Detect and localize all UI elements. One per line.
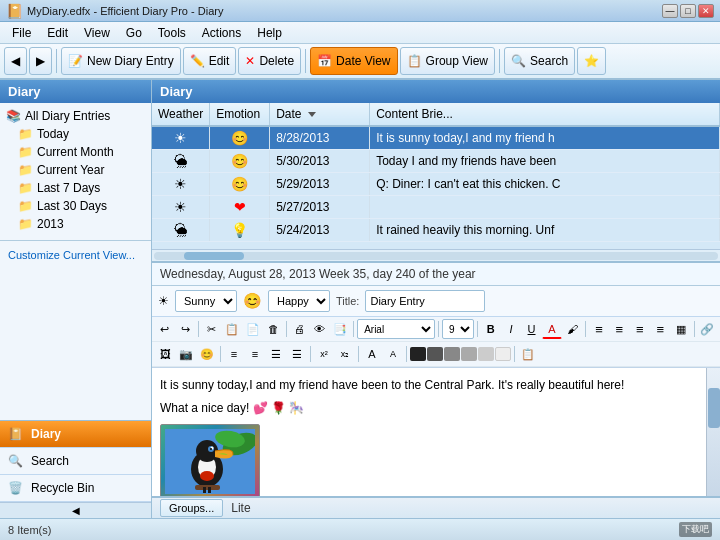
detail-editor-wrapper: It is sunny today,I and my friend have b… bbox=[152, 368, 720, 496]
title-input[interactable] bbox=[365, 290, 485, 312]
sup-button[interactable]: x² bbox=[314, 344, 334, 364]
shape5-button[interactable] bbox=[478, 347, 494, 361]
etb-sep-1 bbox=[198, 321, 199, 337]
menu-file[interactable]: File bbox=[4, 24, 39, 42]
edit-button[interactable]: ✏️ Edit bbox=[183, 47, 237, 75]
col-header-date[interactable]: Date bbox=[270, 103, 370, 126]
shape2-button[interactable] bbox=[427, 347, 443, 361]
scrollbar-thumb[interactable] bbox=[708, 388, 720, 428]
content-scrollbar[interactable] bbox=[706, 368, 720, 496]
nav-diary[interactable]: 📔 Diary bbox=[0, 421, 151, 448]
maximize-button[interactable]: □ bbox=[680, 4, 696, 18]
shape1-button[interactable] bbox=[410, 347, 426, 361]
copy-button[interactable]: 📋 bbox=[222, 319, 241, 339]
close-button[interactable]: ✕ bbox=[698, 4, 714, 18]
hscroll-thumb[interactable] bbox=[184, 252, 244, 260]
editor-content[interactable]: It is sunny today,I and my friend have b… bbox=[152, 368, 720, 496]
customize-view-link[interactable]: Customize Current View... bbox=[0, 245, 151, 265]
col-header-weather[interactable]: Weather bbox=[152, 103, 210, 126]
paste-button[interactable]: 📄 bbox=[243, 319, 262, 339]
more-button[interactable]: 📋 bbox=[518, 344, 538, 364]
menu-tools[interactable]: Tools bbox=[150, 24, 194, 42]
new-entry-button[interactable]: 📝 New Diary Entry bbox=[61, 47, 181, 75]
minimize-button[interactable]: — bbox=[662, 4, 678, 18]
bold-button[interactable]: B bbox=[481, 319, 500, 339]
etb-sep-2 bbox=[286, 321, 287, 337]
table-row[interactable]: 🌦 💡 5/24/2013 It rained heavily this mor… bbox=[152, 219, 720, 242]
nav-recycle-bin[interactable]: 🗑️ Recycle Bin bbox=[0, 475, 151, 502]
col-header-emotion[interactable]: Emotion bbox=[210, 103, 270, 126]
tree-item-2013[interactable]: 📁 2013 bbox=[0, 215, 151, 233]
list-button[interactable]: ≡ bbox=[224, 344, 244, 364]
undo-button[interactable]: ↩ bbox=[155, 319, 174, 339]
align-right-button[interactable]: ≡ bbox=[630, 319, 649, 339]
table-row[interactable]: ☀ 😊 5/29/2013 Q: Diner: I can't eat this… bbox=[152, 173, 720, 196]
preview-button[interactable]: 👁 bbox=[310, 319, 329, 339]
back-button[interactable]: ◀ bbox=[4, 47, 27, 75]
groups-button[interactable]: Groups... bbox=[160, 499, 223, 517]
tree-item-current-month[interactable]: 📁 Current Month bbox=[0, 143, 151, 161]
menu-actions[interactable]: Actions bbox=[194, 24, 249, 42]
outdent-button[interactable]: ☰ bbox=[287, 344, 307, 364]
table-row[interactable]: 🌦 😊 5/30/2013 Today I and my friends hav… bbox=[152, 150, 720, 173]
watermark: 下载吧 bbox=[679, 522, 712, 537]
tree-item-today[interactable]: 📁 Today bbox=[0, 125, 151, 143]
nav-search[interactable]: 🔍 Search bbox=[0, 448, 151, 475]
columns-button[interactable]: ▦ bbox=[671, 319, 690, 339]
align-left-button[interactable]: ≡ bbox=[589, 319, 608, 339]
tree-item-last30[interactable]: 📁 Last 30 Days bbox=[0, 197, 151, 215]
tree-item-all-entries[interactable]: 📚 All Diary Entries bbox=[0, 107, 151, 125]
menu-go[interactable]: Go bbox=[118, 24, 150, 42]
svg-rect-11 bbox=[195, 485, 220, 490]
font-size-select[interactable]: 9 bbox=[442, 319, 474, 339]
search-button[interactable]: 🔍 Search bbox=[504, 47, 575, 75]
sub-button[interactable]: x₂ bbox=[335, 344, 355, 364]
sidebar-expand-btn[interactable]: ◀ bbox=[0, 502, 151, 518]
sidebar-divider bbox=[0, 237, 151, 241]
font-select[interactable]: Arial bbox=[357, 319, 435, 339]
col-header-content[interactable]: Content Brie... bbox=[370, 103, 720, 126]
shape3-button[interactable] bbox=[444, 347, 460, 361]
menu-help[interactable]: Help bbox=[249, 24, 290, 42]
image-button[interactable]: 🖼 bbox=[155, 344, 175, 364]
forward-button[interactable]: ▶ bbox=[29, 47, 52, 75]
menu-edit[interactable]: Edit bbox=[39, 24, 76, 42]
group-view-button[interactable]: 📋 Group View bbox=[400, 47, 495, 75]
photo-button[interactable]: 📷 bbox=[176, 344, 196, 364]
table-hscroll[interactable] bbox=[152, 249, 720, 261]
delete-button[interactable]: ✕ Delete bbox=[238, 47, 301, 75]
text-up-button[interactable]: A bbox=[362, 344, 382, 364]
menu-view[interactable]: View bbox=[76, 24, 118, 42]
weather-select[interactable]: Sunny bbox=[175, 290, 237, 312]
align-justify-button[interactable]: ≡ bbox=[651, 319, 670, 339]
shape4-button[interactable] bbox=[461, 347, 477, 361]
date-view-button[interactable]: 📅 Date View bbox=[310, 47, 397, 75]
align-center-button[interactable]: ≡ bbox=[610, 319, 629, 339]
underline-button[interactable]: U bbox=[522, 319, 541, 339]
indent-button[interactable]: ☰ bbox=[266, 344, 286, 364]
sidebar-nav: 📔 Diary 🔍 Search 🗑️ Recycle Bin ◀ bbox=[0, 420, 151, 518]
emoji-button[interactable]: 😊 bbox=[197, 344, 217, 364]
bottom-bar: Groups... Lite bbox=[152, 496, 720, 518]
text-down-button[interactable]: A bbox=[383, 344, 403, 364]
clear-button[interactable]: 🗑 bbox=[263, 319, 282, 339]
print-button[interactable]: 🖨 bbox=[290, 319, 309, 339]
extra-button[interactable]: ⭐ bbox=[577, 47, 606, 75]
layout-button[interactable]: 📑 bbox=[331, 319, 350, 339]
link-button[interactable]: 🔗 bbox=[698, 319, 717, 339]
table-scroll[interactable]: Weather Emotion Date Content Brie... ☀ 😊… bbox=[152, 103, 720, 249]
tree-item-last7[interactable]: 📁 Last 7 Days bbox=[0, 179, 151, 197]
italic-button[interactable]: I bbox=[501, 319, 520, 339]
table-row[interactable]: ☀ 😊 8/28/2013 It is sunny today,I and my… bbox=[152, 126, 720, 150]
list2-button[interactable]: ≡ bbox=[245, 344, 265, 364]
table-row[interactable]: ☀ ❤ 5/27/2013 bbox=[152, 196, 720, 219]
cut-button[interactable]: ✂ bbox=[202, 319, 221, 339]
highlight-button[interactable]: 🖌 bbox=[563, 319, 582, 339]
emotion-select[interactable]: Happy bbox=[268, 290, 330, 312]
today-label: Today bbox=[37, 127, 69, 141]
tree-item-current-year[interactable]: 📁 Current Year bbox=[0, 161, 151, 179]
redo-button[interactable]: ↪ bbox=[175, 319, 194, 339]
font-color-button[interactable]: A bbox=[542, 319, 561, 339]
group-view-label: Group View bbox=[426, 54, 488, 68]
shape6-button[interactable] bbox=[495, 347, 511, 361]
